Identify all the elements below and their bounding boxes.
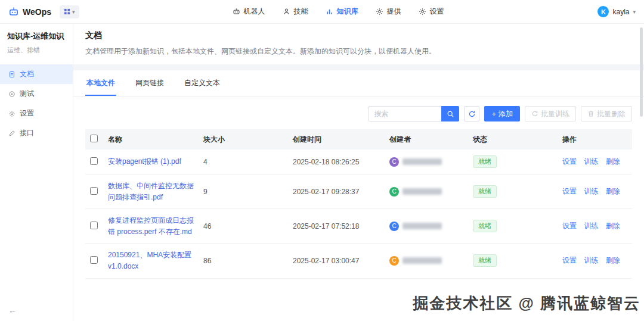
page-header: 文档 文档管理用于添加新知识，包括本地文件、网页链接或自定义文本。新添加的知识可… [73,24,644,64]
created-time-value: 2025-02-18 08:26:25 [288,149,385,174]
sidebar-subtitle: 运维、排错 [0,42,73,55]
table-row: 数据库、中间件监控无数据问题排查指引.pdf 9 2025-02-17 09:2… [85,174,632,209]
row-settings-link[interactable]: 设置 [562,157,577,166]
row-settings-link[interactable]: 设置 [562,222,577,230]
row-checkbox[interactable] [90,157,98,165]
created-time-value: 2025-02-17 07:52:18 [288,209,385,244]
nav-item-label: 机器人 [243,7,265,17]
row-train-link[interactable]: 训练 [584,222,598,230]
row-checkbox[interactable] [90,187,98,195]
add-button-label: 添加 [499,109,513,119]
skill-icon [283,8,290,15]
table-row: 修复进程监控页面成日志报错 process.perf 不存在.md 46 202… [85,209,632,244]
refresh-button[interactable] [464,106,479,121]
sidebar-item-settings[interactable]: 设置 [0,104,73,123]
tab-bar: 本地文件 网页链接 自定义文本 [73,70,644,96]
robot-logo-icon [8,7,19,17]
gear-icon [419,8,426,15]
add-button[interactable]: + 添加 [484,106,520,121]
top-nav: WeOps ▾ 机器人 技能 [0,0,644,24]
row-checkbox[interactable] [90,256,98,264]
nav-item-knowledge-base[interactable]: 知识库 [326,7,358,17]
column-header-name: 名称 [103,129,199,149]
chunk-size-value: 46 [199,209,288,244]
nav-item-settings[interactable]: 设置 [419,7,444,17]
creator-cell: C [389,187,463,197]
sidebar-item-test[interactable]: 测试 [0,84,73,104]
row-settings-link[interactable]: 设置 [562,256,577,264]
creator-cell: C [389,256,463,266]
knowledge-base-icon [326,8,333,15]
sidebar-item-api[interactable]: 接口 [0,123,73,143]
chunk-size-value: 9 [199,174,288,209]
nav-item-provide[interactable]: 提供 [376,7,401,17]
provide-icon [376,8,383,15]
table-row: 20150921、MHA安装配置v1.0.docx 86 2025-02-17 … [85,244,632,278]
batch-delete-button[interactable]: 批量删除 [581,106,632,121]
nav-item-label: 技能 [293,7,308,17]
batch-delete-label: 批量删除 [597,109,626,119]
sidebar-nav: 文档 测试 设置 接口 [0,64,73,143]
workspace-switcher-button[interactable]: ▾ [60,5,79,18]
creator-cell: C [389,222,463,231]
row-settings-link[interactable]: 设置 [562,187,577,195]
sidebar-item-label: 文档 [20,69,34,79]
status-badge: 就绪 [473,254,497,267]
brand: WeOps ▾ [8,5,79,18]
search-button[interactable] [441,106,459,121]
target-icon [8,91,16,98]
document-name-link[interactable]: 安装pagent报错 (1).pdf [108,156,194,167]
toolbar: + 添加 批量训练 批量删除 [73,96,644,129]
batch-train-icon [531,110,538,117]
row-train-link[interactable]: 训练 [584,157,598,166]
trash-icon [587,110,595,117]
column-header-chunk-size: 块大小 [199,129,288,149]
user-avatar: K [597,6,609,17]
column-header-status: 状态 [468,129,558,149]
page-description: 文档管理用于添加新知识，包括本地文件、网页链接或自定义文本。新添加的知识可以分块… [85,46,632,57]
refresh-icon [468,110,476,118]
vertical-scrollbar-thumb[interactable] [640,27,643,117]
search-group [369,106,459,121]
row-delete-link[interactable]: 删除 [606,222,620,230]
tab-web-links[interactable]: 网页链接 [134,70,165,96]
grid-icon [64,8,70,15]
created-time-value: 2025-02-17 03:00:47 [288,244,385,278]
page-title: 文档 [85,30,632,41]
creator-cell: C [389,157,463,167]
creator-name-redacted [402,158,442,165]
tab-custom-text[interactable]: 自定义文本 [183,70,221,96]
document-name-link[interactable]: 修复进程监控页面成日志报错 process.perf 不存在.md [108,215,194,237]
app: WeOps ▾ 机器人 技能 [0,0,644,321]
creator-name-redacted [402,257,442,264]
status-badge: 就绪 [473,155,497,168]
nav-item-robots[interactable]: 机器人 [233,7,265,17]
status-badge: 就绪 [473,185,497,198]
nav-item-skills[interactable]: 技能 [283,7,308,17]
search-input[interactable] [369,106,441,121]
pencil-icon [8,130,16,137]
sidebar-collapse-button[interactable]: ← [8,306,17,315]
user-menu[interactable]: K kayla ▾ [597,6,636,17]
document-name-link[interactable]: 数据库、中间件监控无数据问题排查指引.pdf [108,180,194,202]
sidebar-item-documents[interactable]: 文档 [0,64,73,84]
nav-item-label: 提供 [386,7,401,17]
sidebar-title: 知识库-运维知识 [0,31,73,42]
row-checkbox[interactable] [90,222,98,229]
header-checkbox-cell [85,129,103,149]
document-name-link[interactable]: 20150921、MHA安装配置v1.0.docx [108,250,194,272]
tab-local-files[interactable]: 本地文件 [85,70,116,96]
row-delete-link[interactable]: 删除 [606,256,620,264]
column-header-actions: 操作 [558,129,632,149]
select-all-checkbox[interactable] [90,135,98,142]
batch-train-button[interactable]: 批量训练 [525,106,576,121]
status-badge: 就绪 [473,220,497,232]
sidebar-item-label: 接口 [20,128,34,138]
row-delete-link[interactable]: 删除 [606,157,620,166]
row-train-link[interactable]: 训练 [584,187,598,195]
nav-item-label: 设置 [429,7,444,17]
row-delete-link[interactable]: 删除 [606,187,620,195]
row-train-link[interactable]: 训练 [584,256,598,264]
search-icon [447,110,454,118]
documents-table: 名称 块大小 创建时间 创建者 状态 操作 安装pagent报错 (1).pdf [85,129,632,279]
